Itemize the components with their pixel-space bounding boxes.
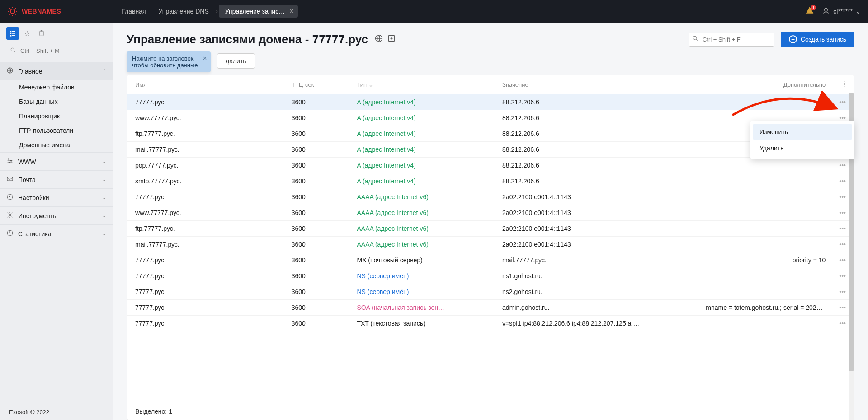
sidebar-item-ftp[interactable]: FTP-пользователи — [0, 123, 113, 138]
table-row[interactable]: 77777.рус.3600MX (почтовый сервер)mail.7… — [127, 252, 854, 268]
table-row[interactable]: 77777.рус.3600NS (сервер имён)ns2.gohost… — [127, 284, 854, 300]
search-icon — [10, 47, 16, 55]
table-row[interactable]: 77777.рус.3600TXT (текстовая запись)v=sp… — [127, 316, 854, 331]
cell-extra — [701, 158, 835, 173]
chevron-down-icon: ⌄ — [102, 213, 106, 219]
cell-type: AAAA (адрес Internet v6) — [352, 221, 498, 237]
chevron-up-icon: ⌃ — [102, 68, 106, 74]
create-button[interactable]: + Создать запись — [781, 32, 854, 47]
ctx-edit[interactable]: Изменить — [753, 124, 852, 140]
cell-type: MX (почтовый сервер) — [352, 252, 498, 268]
sidebar-item-cron[interactable]: Планировщик — [0, 109, 113, 123]
cell-value: v=spf1 ip4:88.212.206.6 ip4:88.212.207.1… — [498, 316, 701, 331]
chevron-down-icon: ⌄ — [102, 177, 106, 182]
table-row[interactable]: 77777.рус.3600NS (сервер имён)ns1.gohost… — [127, 268, 854, 284]
sidebar-settings[interactable]: Настройки ⌄ — [0, 189, 113, 206]
sidebar-item-files[interactable]: Менеджер файлов — [0, 80, 113, 94]
sidebar: ☆ Главное ⌃ Менеджер файлов Базы данных … — [0, 23, 113, 420]
page-search[interactable] — [689, 33, 774, 47]
table-row[interactable]: mail.77777.рус.3600AAAA (адрес Internet … — [127, 237, 854, 252]
tooltip: Нажмите на заголовок, чтобы обновить дан… — [127, 51, 211, 72]
notifications-icon[interactable]: 1 — [805, 6, 814, 17]
cell-name: 77777.рус. — [127, 316, 287, 331]
sidebar-mail[interactable]: Почта ⌄ — [0, 171, 113, 188]
cell-extra — [701, 268, 835, 284]
sidebar-www[interactable]: WWW ⌄ — [0, 153, 113, 170]
page-search-input[interactable] — [689, 33, 774, 47]
sidebar-stats[interactable]: Статистика ⌄ — [0, 225, 113, 243]
mail-icon — [6, 175, 14, 184]
cell-type: AAAA (адрес Internet v6) — [352, 237, 498, 252]
table-row[interactable]: pop.77777.рус.3600A (адрес Internet v4)8… — [127, 158, 854, 173]
ctx-delete[interactable]: Удалить — [753, 140, 852, 156]
sidebar-item-db[interactable]: Базы данных — [0, 94, 113, 109]
clipboard-icon[interactable] — [35, 27, 48, 40]
cell-extra — [701, 316, 835, 331]
col-name[interactable]: Имя — [127, 75, 287, 94]
cell-value: 88.212.206.6 — [498, 110, 701, 126]
logo-icon — [7, 6, 18, 17]
cell-ttl: 3600 — [287, 284, 353, 300]
sidebar-search[interactable] — [6, 44, 106, 57]
cell-ttl: 3600 — [287, 94, 353, 110]
cell-name: ftp.77777.рус. — [127, 221, 287, 237]
globe-icon — [6, 67, 14, 75]
cell-extra — [701, 237, 835, 252]
table-row[interactable]: www.77777.рус.3600A (адрес Internet v4)8… — [127, 110, 854, 126]
cell-value: 88.212.206.6 — [498, 94, 701, 110]
col-type[interactable]: Тип ⌄ — [352, 75, 498, 94]
table-row[interactable]: 77777.рус.3600SOA (начальная запись зон…… — [127, 300, 854, 316]
cell-value: 88.212.206.6 — [498, 126, 701, 142]
cell-type: A (адрес Internet v4) — [352, 158, 498, 173]
sidebar-main[interactable]: Главное ⌃ — [0, 62, 113, 80]
sidebar-tools[interactable]: Инструменты ⌄ — [0, 207, 113, 224]
sidebar-item-domains[interactable]: Доменные имена — [0, 138, 113, 152]
delete-button[interactable]: далить — [217, 53, 255, 69]
close-icon[interactable]: × — [203, 54, 207, 62]
cell-type: A (адрес Internet v4) — [352, 94, 498, 110]
user-menu[interactable]: cl****** ⌄ — [821, 7, 861, 16]
star-icon[interactable]: ☆ — [21, 27, 33, 40]
table-row[interactable]: ftp.77777.рус.3600AAAA (адрес Internet v… — [127, 221, 854, 237]
cell-type: NS (сервер имён) — [352, 268, 498, 284]
logo[interactable]: WEBNAMES — [7, 6, 61, 17]
dashboard-icon — [6, 193, 14, 202]
table-footer: Выделено: 1 — [127, 403, 854, 420]
svg-rect-3 — [10, 33, 11, 34]
breadcrumb-dns[interactable]: Управление DNS — [152, 1, 215, 21]
sidebar-footer[interactable]: Exosoft © 2022 — [0, 404, 113, 420]
cell-ttl: 3600 — [287, 189, 353, 205]
cell-ttl: 3600 — [287, 205, 353, 221]
col-extra[interactable]: Дополнительно — [701, 75, 835, 94]
export-icon[interactable] — [387, 34, 396, 45]
svg-point-18 — [693, 36, 696, 39]
cell-value: 88.212.206.6 — [498, 158, 701, 173]
tree-view-icon[interactable] — [6, 27, 19, 40]
breadcrumb-home[interactable]: Главная — [115, 1, 152, 21]
content: Управление записями домена - 77777.рус +… — [113, 23, 868, 420]
gear-icon — [6, 211, 14, 220]
cell-value: admin.gohost.ru. — [498, 300, 701, 316]
col-ttl[interactable]: TTL, сек — [287, 75, 353, 94]
page-title: Управление записями домена - 77777.рус — [127, 33, 368, 47]
table-row[interactable]: mail.77777.рус.3600A (адрес Internet v4)… — [127, 142, 854, 158]
breadcrumb-active-tab[interactable]: Управление запис… × — [219, 5, 298, 18]
table-row[interactable]: www.77777.рус.3600AAAA (адрес Internet v… — [127, 205, 854, 221]
cell-extra: priority = 10 — [701, 252, 835, 268]
close-icon[interactable]: × — [289, 8, 293, 15]
svg-point-0 — [10, 9, 15, 14]
sidebar-search-input[interactable] — [6, 44, 106, 57]
chevron-down-icon: ⌄ — [102, 159, 106, 164]
table-row[interactable]: 77777.рус.3600AAAA (адрес Internet v6)2a… — [127, 189, 854, 205]
table-row[interactable]: smtp.77777.рус.3600A (адрес Internet v4)… — [127, 173, 854, 189]
globe-icon[interactable] — [374, 34, 383, 45]
cell-name: 77777.рус. — [127, 300, 287, 316]
table-row[interactable]: ftp.77777.рус.3600A (адрес Internet v4)8… — [127, 126, 854, 142]
cell-name: 77777.рус. — [127, 268, 287, 284]
svg-rect-4 — [10, 35, 11, 36]
create-label: Создать запись — [801, 36, 846, 43]
table-row[interactable]: 77777.рус.3600A (адрес Internet v4)88.21… — [127, 94, 854, 110]
cell-name: smtp.77777.рус. — [127, 173, 287, 189]
gear-icon[interactable] — [835, 75, 854, 94]
col-value[interactable]: Значение — [498, 75, 701, 94]
